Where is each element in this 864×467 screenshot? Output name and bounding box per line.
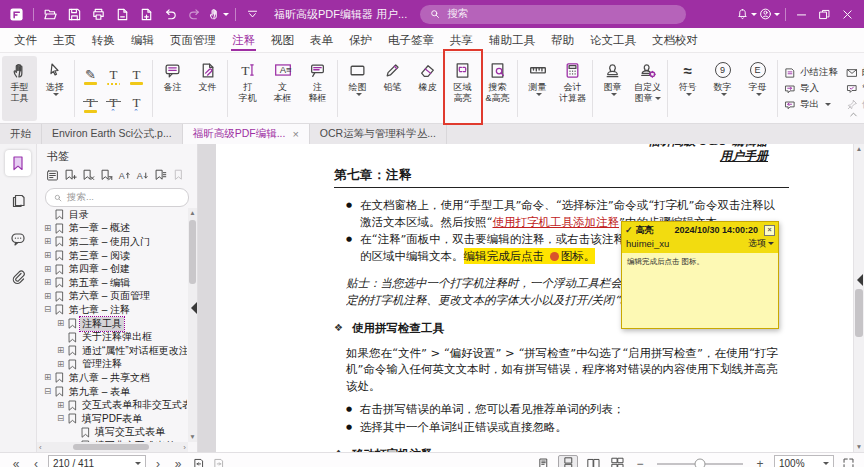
insert-text-button[interactable]: T⌃ bbox=[126, 90, 147, 116]
add-bookmark-button[interactable] bbox=[63, 168, 77, 183]
collapse-ribbon-button[interactable] bbox=[848, 109, 859, 120]
expand-toggle-icon[interactable]: ⊞ bbox=[56, 346, 65, 355]
zoom-slider-knob[interactable] bbox=[695, 458, 706, 467]
bookmark-item[interactable]: ⊞ 第三章 – 阅读 bbox=[39, 249, 187, 263]
number-button[interactable]: 9 数字 bbox=[705, 56, 740, 121]
previous-page-button[interactable]: ‹ bbox=[28, 456, 44, 467]
notifications-button[interactable] bbox=[736, 4, 757, 25]
last-page-button[interactable]: » bbox=[170, 456, 186, 467]
menu-tab[interactable]: 保护 bbox=[341, 28, 380, 52]
expand-level-button[interactable]: A bbox=[117, 168, 131, 183]
menu-tab[interactable]: 编辑 bbox=[123, 28, 162, 52]
bookmark-search-input[interactable]: 搜索... bbox=[45, 188, 189, 207]
search-input[interactable]: 搜索 bbox=[420, 5, 686, 24]
menu-tab[interactable]: 帮助 bbox=[543, 28, 582, 52]
bookmark-item[interactable]: ⊞ 交互式表单和非交互式表单 bbox=[39, 398, 187, 412]
scroll-up-icon[interactable]: ▲ bbox=[854, 144, 864, 154]
scrollbar-thumb[interactable] bbox=[855, 289, 863, 337]
page-number-input[interactable]: 210 / 411 bbox=[48, 455, 146, 467]
panel-horizontal-scrollbar[interactable]: ‹ › bbox=[37, 442, 188, 452]
pages-panel-button[interactable] bbox=[5, 188, 31, 214]
bookmark-item[interactable]: 关于注释弹出框 bbox=[39, 330, 187, 344]
close-button[interactable] bbox=[837, 4, 858, 25]
next-page-button[interactable]: › bbox=[150, 456, 166, 467]
custom-stamp-button[interactable]: 自定义 图章 bbox=[630, 56, 665, 121]
document-tab[interactable]: 开始 bbox=[0, 124, 42, 144]
expand-toggle-icon[interactable]: ⊞ bbox=[43, 265, 52, 274]
expand-toggle-icon[interactable]: ⊞ bbox=[56, 401, 65, 410]
more-bookmark-options-button[interactable] bbox=[171, 168, 185, 183]
undo-button[interactable] bbox=[160, 4, 181, 25]
restore-button[interactable] bbox=[814, 4, 835, 25]
attach-file-button[interactable]: 文件 bbox=[190, 56, 225, 121]
expand-toggle-icon[interactable]: ⊞ bbox=[56, 319, 65, 328]
drawing-button[interactable]: 绘图 bbox=[340, 56, 375, 121]
replace-text-button[interactable]: T⌃ bbox=[103, 90, 124, 116]
comment-options-button[interactable]: 选项 bbox=[748, 237, 774, 250]
comment-body[interactable]: 编辑完成后点击 图标。 bbox=[622, 253, 778, 328]
print-button[interactable] bbox=[88, 4, 109, 25]
export-file-button[interactable] bbox=[112, 4, 133, 25]
close-tab-icon[interactable]: × bbox=[292, 129, 298, 139]
expand-toggle-icon[interactable]: ⊞ bbox=[43, 224, 52, 233]
squiggly-underline-button[interactable]: T bbox=[103, 62, 124, 88]
close-icon[interactable]: × bbox=[764, 225, 775, 236]
scroll-down-icon[interactable]: ▼ bbox=[854, 442, 864, 452]
previous-view-button[interactable] bbox=[190, 456, 206, 467]
expand-toggle-icon[interactable]: ⊞ bbox=[43, 373, 52, 382]
menu-tab[interactable]: 页面管理 bbox=[162, 28, 224, 52]
document-tab[interactable]: Environ Earth Sci公式.p... bbox=[42, 124, 183, 144]
scroll-right-icon[interactable]: › bbox=[183, 443, 186, 452]
menu-tab[interactable]: 表单 bbox=[302, 28, 341, 52]
bookmark-item[interactable]: ⊞ 第一章 – 概述 bbox=[39, 222, 187, 236]
manage-comments-button[interactable]: 管理注释 bbox=[846, 82, 864, 95]
save-button[interactable] bbox=[64, 4, 85, 25]
expand-toggle-icon[interactable]: ⊞ bbox=[56, 360, 65, 369]
scroll-left-icon[interactable]: ‹ bbox=[39, 443, 42, 452]
facing-view-button[interactable] bbox=[584, 456, 602, 467]
textbox-button[interactable]: A≡ 文 本框 bbox=[265, 56, 300, 121]
strikeout-text-button[interactable]: T bbox=[80, 90, 101, 116]
menu-tab[interactable]: 共享 bbox=[442, 28, 481, 52]
account-button[interactable] bbox=[759, 4, 780, 25]
bookmark-item[interactable]: ⊞ 第六章 – 页面管理 bbox=[39, 290, 187, 304]
expand-right-panel-handle[interactable] bbox=[857, 274, 863, 286]
menu-tab[interactable]: 注释 bbox=[224, 28, 263, 52]
callout-button[interactable]: 注 释框 bbox=[300, 56, 335, 121]
summarize-comments-button[interactable]: 小结注释 bbox=[784, 66, 838, 79]
bookmark-properties-button[interactable] bbox=[153, 168, 167, 183]
bookmark-item[interactable]: ⊞ 第四章 – 创建 bbox=[39, 262, 187, 276]
inline-link[interactable]: 使用打字机工具添加注释 bbox=[493, 215, 620, 229]
comments-panel-button[interactable] bbox=[5, 226, 31, 252]
document-vertical-scrollbar[interactable]: ▲ ▼ bbox=[853, 144, 864, 452]
bookmark-item[interactable]: ⊟ 第九章 – 表单 bbox=[39, 385, 187, 399]
comment-popup-header[interactable]: ✓ 高亮 2024/10/30 14:00:20 × bbox=[622, 222, 778, 237]
email-fdf-button[interactable]: 邮件发送FDF bbox=[846, 66, 864, 79]
single-page-view-button[interactable] bbox=[534, 456, 552, 467]
bookmark-item[interactable]: ⊞ 第二章 – 使用入门 bbox=[39, 235, 187, 249]
expand-toggle-icon[interactable]: ⊞ bbox=[43, 292, 52, 301]
menu-tab[interactable]: 文档校对 bbox=[644, 28, 706, 52]
new-file-button[interactable] bbox=[136, 4, 157, 25]
document-tab[interactable]: OCR运筹与管理科学丛... bbox=[310, 124, 447, 144]
export-comments-button[interactable]: 导出 bbox=[784, 98, 838, 111]
bookmark-item[interactable]: ⊞ 管理注释 bbox=[39, 358, 187, 372]
menu-tab[interactable]: 转换 bbox=[84, 28, 123, 52]
menu-tab[interactable]: 视图 bbox=[263, 28, 302, 52]
underline-text-button[interactable]: T bbox=[126, 62, 147, 88]
menu-tab[interactable]: 电子签章 bbox=[380, 28, 442, 52]
menu-tab[interactable]: 文件 bbox=[6, 28, 45, 52]
area-highlight-button[interactable]: 区域 高亮 bbox=[445, 56, 480, 121]
continuous-view-button[interactable] bbox=[558, 455, 578, 467]
symbol-button[interactable]: ≈ 符号 bbox=[670, 56, 705, 121]
expand-toggle-icon[interactable]: ⊞ bbox=[43, 251, 52, 260]
bookmark-item[interactable]: ⊟ 填写PDF表单 bbox=[39, 412, 187, 426]
expand-toggle-icon[interactable]: ⊟ bbox=[56, 414, 65, 423]
zoom-slider[interactable] bbox=[657, 463, 743, 465]
redo-button[interactable] bbox=[184, 4, 205, 25]
customize-toolbar-button[interactable] bbox=[242, 4, 263, 25]
menu-tab[interactable]: 论文工具 bbox=[582, 28, 644, 52]
next-view-button[interactable] bbox=[210, 456, 226, 467]
typewriter-button[interactable]: T 打 字机 bbox=[230, 56, 265, 121]
set-destination-button[interactable] bbox=[99, 168, 113, 183]
